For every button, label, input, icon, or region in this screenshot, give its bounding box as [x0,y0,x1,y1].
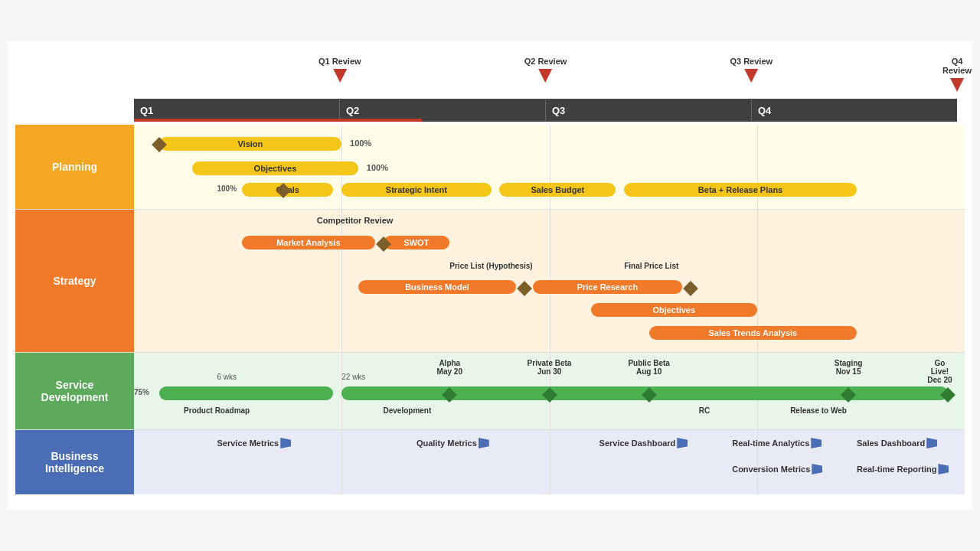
weeks-6-label: 6 wks [217,373,237,381]
q2-segment: Q2 [340,99,546,122]
objectives-bar: Objectives [192,161,358,175]
goals-pct: 100% [217,184,237,193]
quality-metrics-item: Quality Metrics [416,438,489,448]
weeks-22-label: 22 wks [341,373,365,381]
realtime-reporting-flag [938,464,949,474]
q2-review-marker [538,69,552,83]
release-to-web-label: Release to Web [790,406,847,415]
golive-label: Go Live!Dec 20 [927,359,952,384]
q4-segment: Q4 [752,99,957,122]
timeline-bar: Q1 Q2 Q3 Q4 [134,99,957,122]
development-bar-label: Development [384,406,432,415]
q2-review-label: Q2 Review [524,57,567,66]
product-roadmap-bar [159,386,334,400]
strategic-intent-bar: Strategic Intent [341,183,491,197]
business-model-milestone [517,281,532,296]
q3-review-label: Q3 Review [730,57,773,66]
planning-label: Planning [15,125,134,209]
private-beta-label: Private BetaJun 30 [528,359,572,376]
strategy-objectives-bar: Objectives [591,303,757,317]
sales-budget-bar: Sales Budget [499,183,616,197]
bi-row: BusinessIntelligence Service Metrics Qua… [15,430,965,494]
q1-review-label: Q1 Review [318,57,361,66]
planning-content: Vision 100% Objectives 100% 100% [134,125,965,209]
vision-pct: 100% [350,139,371,148]
realtime-analytics-item: Real-time Analytics [732,438,822,448]
q4-review-marker [950,78,964,92]
service-development-content: AlphaMay 20 Private BetaJun 30 Public Be… [134,353,965,429]
gantt-rows: Planning Vision 100% [15,125,965,494]
business-model-bar: Business Model [358,280,516,294]
conversion-metrics-item: Conversion Metrics [732,464,822,474]
bi-label: BusinessIntelligence [15,430,134,494]
service-development-row: ServiceDevelopment AlphaMay 20 Private B… [15,353,965,430]
staging-label: StagingNov 15 [835,359,863,376]
objectives-pct: 100% [367,163,388,172]
price-research-milestone [683,281,698,296]
market-analysis-bar: Market Analysis [242,236,375,249]
q4-review-label: Q4 Review [942,57,972,75]
q3-segment: Q3 [546,99,752,122]
service-development-label: ServiceDevelopment [15,353,134,429]
final-price-list-label: Final Price List [624,262,678,270]
bi-content: Service Metrics Quality Metrics Service … [134,430,965,494]
realtime-reporting-item: Real-time Reporting [857,464,949,474]
strategy-content: Competitor Review Market Analysis SWOT P… [134,210,965,352]
price-research-bar: Price Research [533,280,682,294]
service-dashboard-item: Service Dashboard [599,438,688,448]
quarter-header: Q1 Review Q2 Review Q3 Review Q4 Review [134,57,957,99]
q1-review-marker [333,69,347,83]
q1-segment: Q1 [134,99,340,122]
beta-release-bar: Beta + Release Plans [624,183,857,197]
realtime-analytics-flag [811,438,822,448]
vision-bar: Vision [159,137,342,151]
sales-dashboard-item: Sales Dashboard [857,438,937,448]
q3-review-marker [744,69,758,83]
swot-bar: SWOT [384,236,450,249]
strategy-label: Strategy [15,210,134,352]
product-roadmap-bar-label: Product Roadmap [184,406,250,415]
service-dashboard-flag [677,438,688,448]
competitor-review-label: Competitor Review [317,216,394,225]
strategy-row: Strategy Competitor Review Market Analys… [15,210,965,353]
service-metrics-flag [280,438,291,448]
price-list-hypothesis-label: Price List (Hypothesis) [449,262,532,270]
sales-dashboard-flag [926,438,937,448]
alpha-label: AlphaMay 20 [437,359,462,376]
planning-row: Planning Vision 100% [15,125,965,210]
gantt-chart: Q1 Review Q2 Review Q3 Review Q4 Review … [8,41,972,510]
dev-pct-label: 75% [134,388,149,396]
sales-trends-bar: Sales Trends Analysis [649,326,857,340]
rc-label: RC [699,406,710,415]
conversion-metrics-flag [812,464,822,474]
quality-metrics-flag [479,438,489,448]
service-metrics-item: Service Metrics [217,438,292,448]
public-beta-label: Public BetaAug 10 [628,359,669,376]
